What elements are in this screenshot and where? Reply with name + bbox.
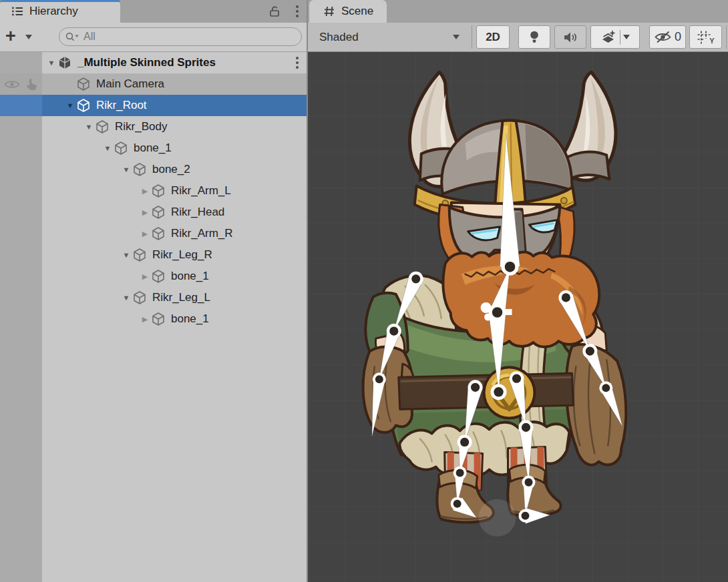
tree-row-rikr-arm-r[interactable]: ▶ Rikr_Arm_R xyxy=(0,223,307,244)
grid-icon xyxy=(323,5,336,18)
row-label: Rikr_Body xyxy=(115,120,167,133)
bone-joint-center xyxy=(453,500,462,508)
bone-joint-center xyxy=(471,383,480,392)
unity-editor-window: Hierarchy + ▼ _Multiple Skinned Sprites … xyxy=(0,0,728,582)
row-label: Rikr_Leg_L xyxy=(152,291,210,304)
search-input[interactable] xyxy=(59,27,302,46)
eye-off-icon xyxy=(654,31,672,43)
row-visibility-gutter xyxy=(0,137,42,159)
chevron-down-icon xyxy=(623,35,630,39)
tree-row-bone-2[interactable]: ▼ bone_2 xyxy=(0,159,307,180)
hierarchy-search xyxy=(59,27,302,46)
scene-tabbar: Scene xyxy=(308,0,728,23)
tree-row-multiple-skinned-sprites[interactable]: ▼ _Multiple Skinned Sprites xyxy=(0,52,307,73)
draw-mode-label: Shaded xyxy=(319,31,359,44)
hierarchy-toolbar: + xyxy=(0,23,307,52)
tree-row-main-camera[interactable]: Main Camera xyxy=(0,73,307,95)
unlock-icon[interactable] xyxy=(268,5,281,18)
bone-joint-center xyxy=(411,274,420,283)
tree-row-rikr-head[interactable]: ▶ Rikr_Head xyxy=(0,202,307,223)
row-visibility-gutter xyxy=(0,287,42,308)
disclosure-expanded-icon[interactable]: ▼ xyxy=(120,159,132,180)
draw-mode-dropdown[interactable]: Shaded xyxy=(311,25,468,49)
cube-icon xyxy=(132,248,147,262)
tree-row-rikr-leg-l[interactable]: ▼ Rikr_Leg_L xyxy=(0,287,307,308)
disclosure-expanded-icon[interactable]: ▼ xyxy=(102,137,114,159)
projection-2d-label: 2D xyxy=(486,31,500,44)
bone-joint-center xyxy=(522,423,530,432)
grid-axis-label: Y xyxy=(709,37,714,45)
tab-scene[interactable]: Scene xyxy=(309,0,387,23)
add-object-dropdown-icon[interactable] xyxy=(25,35,32,39)
kebab-menu-icon[interactable] xyxy=(296,5,299,17)
row-label: bone_2 xyxy=(152,163,190,176)
scene-audio-toggle[interactable] xyxy=(554,25,586,49)
row-visibility-gutter xyxy=(0,308,42,330)
bone-joint-center xyxy=(460,438,469,447)
kebab-menu-icon[interactable] xyxy=(296,57,299,69)
viking-beard xyxy=(443,252,599,347)
tree-row-rikr-body[interactable]: ▼ Rikr_Body xyxy=(0,116,307,137)
scene-viewport[interactable] xyxy=(308,52,728,582)
tab-hierarchy[interactable]: Hierarchy xyxy=(0,0,120,23)
hand-icon[interactable] xyxy=(24,77,39,91)
bone-joint-center xyxy=(505,262,516,272)
search-icon xyxy=(65,31,79,42)
tree-row-bone-1[interactable]: ▶ bone_1 xyxy=(0,308,307,330)
audio-icon xyxy=(562,31,578,44)
row-label: _Multiple Skinned Sprites xyxy=(77,56,216,69)
button-separator xyxy=(620,30,620,45)
disclosure-collapsed-icon[interactable]: ▶ xyxy=(139,202,151,223)
cube-icon xyxy=(151,205,166,220)
scene-visibility-toggle[interactable]: 0 xyxy=(649,25,686,49)
bone-joint-center xyxy=(602,384,610,392)
add-object-button[interactable]: + xyxy=(5,26,16,46)
row-visibility-gutter xyxy=(0,159,42,180)
row-visibility-gutter xyxy=(0,266,42,287)
cube-icon xyxy=(76,77,91,91)
tree-row-rikr-root[interactable]: ▼ Rikr_Root xyxy=(0,95,307,116)
bone-joint-center xyxy=(562,293,570,302)
disclosure-expanded-icon[interactable]: ▼ xyxy=(120,287,132,308)
disclosure-collapsed-icon[interactable]: ▶ xyxy=(139,223,151,244)
scene-toolbar: Shaded 2D xyxy=(308,23,728,52)
disclosure-collapsed-icon[interactable]: ▶ xyxy=(139,180,151,202)
scene-lighting-toggle[interactable] xyxy=(518,25,550,49)
hierarchy-panel: Hierarchy + ▼ _Multiple Skinned Sprites … xyxy=(0,0,307,582)
row-label: Rikr_Leg_R xyxy=(152,248,212,262)
cube-icon xyxy=(151,184,166,198)
unity-cube-icon xyxy=(57,55,72,70)
row-visibility-gutter xyxy=(0,52,42,73)
projection-2d-toggle[interactable]: 2D xyxy=(476,25,510,49)
disclosure-expanded-icon[interactable]: ▼ xyxy=(120,244,132,266)
cube-icon xyxy=(132,290,147,305)
tree-row-bone-1[interactable]: ▶ bone_1 xyxy=(0,266,307,287)
disclosure-expanded-icon[interactable]: ▼ xyxy=(83,116,95,137)
row-label: Rikr_Head xyxy=(171,206,224,219)
bone-joint-center xyxy=(492,307,503,318)
cube-icon xyxy=(151,269,166,284)
eye-icon[interactable] xyxy=(3,79,21,90)
row-label: Rikr_Arm_L xyxy=(171,184,231,198)
scene-effects-dropdown[interactable] xyxy=(590,25,640,49)
cube-icon xyxy=(95,119,110,134)
disclosure-collapsed-icon[interactable]: ▶ xyxy=(139,266,151,287)
disclosure-collapsed-icon[interactable]: ▶ xyxy=(139,308,151,330)
tree-row-rikr-arm-l[interactable]: ▶ Rikr_Arm_L xyxy=(0,180,307,202)
cube-icon xyxy=(76,98,91,113)
effects-icon xyxy=(600,29,617,45)
row-visibility-gutter[interactable] xyxy=(0,73,42,95)
disclosure-expanded-icon[interactable]: ▼ xyxy=(64,95,76,116)
row-visibility-gutter xyxy=(0,223,42,244)
bone-joint-center xyxy=(389,326,398,335)
hierarchy-tabbar: Hierarchy xyxy=(0,0,307,23)
row-label: Rikr_Arm_R xyxy=(171,227,233,240)
scene-grid-settings[interactable]: Y xyxy=(689,25,722,49)
disclosure-expanded-icon[interactable]: ▼ xyxy=(45,52,57,73)
tree-row-bone-1[interactable]: ▼ bone_1 xyxy=(0,137,307,159)
cube-icon xyxy=(151,312,166,326)
hidden-count-label: 0 xyxy=(675,30,681,44)
tree-row-rikr-leg-r[interactable]: ▼ Rikr_Leg_R xyxy=(0,244,307,266)
bone-joint-center xyxy=(524,479,532,487)
bone-joint-center xyxy=(375,375,383,383)
